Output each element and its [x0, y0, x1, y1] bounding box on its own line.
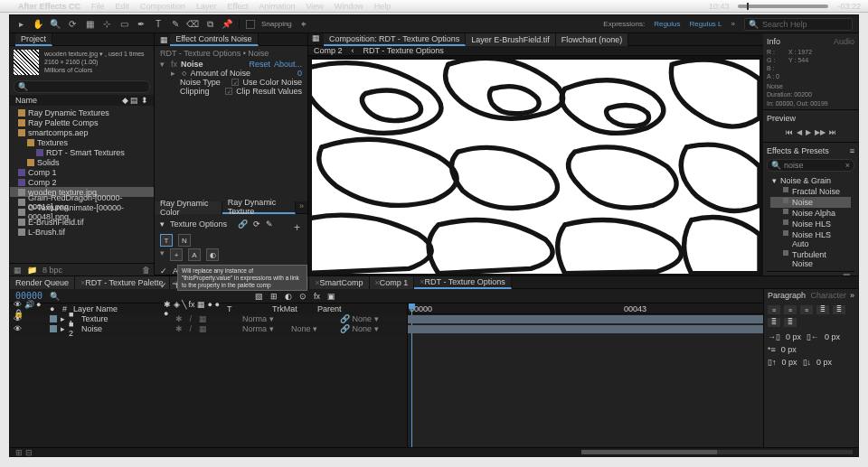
composition-viewer[interactable]: [308, 56, 763, 277]
project-item[interactable]: RDT - Smart Textures: [10, 147, 154, 157]
justify-all-icon[interactable]: ≣: [784, 318, 797, 327]
camera-tool-icon[interactable]: ▦: [84, 19, 95, 30]
eraser-tool-icon[interactable]: ⌫: [187, 19, 198, 30]
timeline-tab[interactable]: Render Queue: [10, 276, 75, 289]
hand-tool-icon[interactable]: ✋: [33, 19, 43, 30]
help-search[interactable]: 🔍 Search Help: [744, 18, 853, 31]
justify-right-icon[interactable]: ≣: [768, 318, 780, 327]
project-tab[interactable]: Project: [15, 33, 52, 46]
project-item[interactable]: Ray Palette Comps: [10, 117, 154, 127]
selection-tool-icon[interactable]: ▸: [15, 19, 26, 30]
panel-grid-icon[interactable]: ▦: [308, 33, 324, 45]
justify-left-icon[interactable]: ≣: [816, 305, 829, 314]
toggle-switches-icon[interactable]: ⊞ ⊟: [15, 448, 33, 457]
menu-window[interactable]: Window: [335, 2, 363, 11]
trash-icon[interactable]: 🗑: [142, 266, 150, 275]
workspace-more[interactable]: »: [731, 20, 735, 28]
fx-preset-item[interactable]: Fractal Noise: [770, 186, 851, 197]
panel-menu-icon[interactable]: »: [850, 291, 854, 300]
project-item[interactable]: Textures: [10, 137, 154, 147]
add-icon[interactable]: +: [294, 221, 300, 234]
workspace-2[interactable]: Regulus L: [690, 20, 722, 28]
project-item[interactable]: Solids: [10, 157, 154, 167]
clone-tool-icon[interactable]: ⧉: [204, 19, 215, 30]
align-left-icon[interactable]: ≡: [768, 305, 780, 314]
chain-icon[interactable]: 🔗: [238, 219, 248, 229]
info-tab[interactable]: Info: [767, 37, 780, 46]
prev-frame-icon[interactable]: ◀: [797, 128, 802, 136]
comp-crumb-2[interactable]: RDT - Texture Options: [363, 46, 444, 55]
timeline-tab[interactable]: × Comp 1: [370, 276, 415, 289]
fx-preset-item[interactable]: Noise Alpha: [770, 208, 851, 219]
opt-a-button[interactable]: +: [170, 248, 183, 261]
snap-option-icon[interactable]: ⌖: [298, 19, 309, 30]
project-item[interactable]: Comp 1: [10, 167, 154, 177]
last-frame-icon[interactable]: ⏭: [829, 128, 836, 136]
effect-reset[interactable]: Reset: [249, 60, 270, 69]
snapping-checkbox[interactable]: [246, 20, 255, 29]
panel-menu-icon[interactable]: »: [296, 201, 307, 213]
effect-toggle[interactable]: fx: [171, 60, 177, 69]
panel-menu-icon[interactable]: ≡: [850, 146, 854, 155]
edit-icon[interactable]: ✎: [266, 219, 273, 229]
preview-tab[interactable]: Preview: [767, 114, 796, 123]
space-after[interactable]: 0 px: [816, 358, 832, 367]
effect-about[interactable]: About...: [274, 60, 302, 69]
puppet-tool-icon[interactable]: 📌: [222, 19, 232, 30]
align-right-icon[interactable]: ≡: [800, 305, 813, 314]
tl-icon-4[interactable]: ⊙: [299, 292, 307, 301]
radio-icon[interactable]: ○: [182, 69, 186, 78]
menu-animation[interactable]: Animation: [259, 2, 295, 11]
bpc-label[interactable]: 8 bpc: [42, 266, 62, 275]
menu-edit[interactable]: Edit: [116, 2, 130, 11]
menu-effect[interactable]: Effect: [228, 2, 249, 11]
project-item[interactable]: smartcomps.aep: [10, 127, 154, 137]
video-scrubber[interactable]: [738, 5, 828, 8]
twirl-icon[interactable]: ▾: [160, 219, 165, 229]
zoom-tool-icon[interactable]: 🔍: [50, 19, 61, 30]
tl-icon-6[interactable]: ▣: [327, 292, 335, 301]
effect-controls-tab[interactable]: Effect Controls Noise: [170, 33, 258, 46]
character-tab[interactable]: Character: [810, 291, 846, 300]
justify-center-icon[interactable]: ≣: [833, 305, 845, 314]
timeline-layer-row[interactable]: 👁▸■ 2Noise✱ / ▦Norma ▾None ▾🔗 None ▾: [10, 324, 407, 334]
fx-preset-item[interactable]: Noise: [770, 197, 851, 208]
zoom-scrollbar[interactable]: [581, 450, 853, 454]
tl-icon-2[interactable]: ⊞: [270, 292, 278, 301]
type-tool-icon[interactable]: T: [153, 19, 164, 30]
tl-search-icon[interactable]: 🔍: [50, 292, 60, 301]
menu-app[interactable]: After Effects CC: [18, 2, 80, 11]
audio-tab[interactable]: Audio: [834, 37, 854, 46]
menu-composition[interactable]: Composition: [140, 2, 185, 11]
next-frame-icon[interactable]: ▶▶: [815, 128, 826, 136]
fx-presets-tab[interactable]: Effects & Presets: [767, 146, 829, 155]
col-name[interactable]: Name: [15, 96, 37, 105]
comp-tab-1[interactable]: Composition: RDT - Texture Options: [324, 33, 466, 46]
menu-layer[interactable]: Layer: [196, 2, 217, 11]
menu-file[interactable]: File: [91, 2, 105, 11]
pen-tool-icon[interactable]: ✒: [136, 19, 146, 30]
n-mode-button[interactable]: N: [178, 234, 191, 247]
project-item[interactable]: Ray Dynamic Textures: [10, 107, 154, 117]
check-icon[interactable]: ✓: [160, 266, 167, 276]
project-item[interactable]: O-TextureAnimate-[00000-00048].png: [10, 207, 154, 217]
t-mode-button[interactable]: T: [160, 234, 173, 247]
opt-b-button[interactable]: A: [188, 248, 201, 261]
menu-help[interactable]: Help: [374, 2, 392, 11]
rdc-texture-tab[interactable]: Ray Dynamic Texture: [222, 201, 296, 214]
comp-crumb-1[interactable]: Comp 2: [314, 46, 343, 55]
opt-c-button[interactable]: ◐: [206, 248, 219, 261]
clear-search-icon[interactable]: ×: [845, 161, 850, 170]
anchor-tool-icon[interactable]: ⊹: [101, 19, 112, 30]
fx-search[interactable]: 🔍noise×: [767, 159, 854, 172]
refresh-icon[interactable]: ⟳: [253, 219, 260, 229]
first-line[interactable]: 0 px: [781, 345, 797, 354]
align-center-icon[interactable]: ≡: [784, 305, 797, 314]
tl-icon-1[interactable]: ▧: [255, 292, 263, 301]
panel-opts-icon[interactable]: ▦: [160, 35, 168, 44]
twirl-sub-icon[interactable]: ▾: [160, 248, 165, 261]
timeline-tab[interactable]: × RDT - Texture Options: [414, 276, 511, 289]
play-icon[interactable]: ▶: [806, 128, 811, 136]
fx-preset-item[interactable]: Noise HLS: [770, 219, 851, 229]
rdc-color-tab[interactable]: Ray Dynamic Color: [155, 201, 222, 214]
